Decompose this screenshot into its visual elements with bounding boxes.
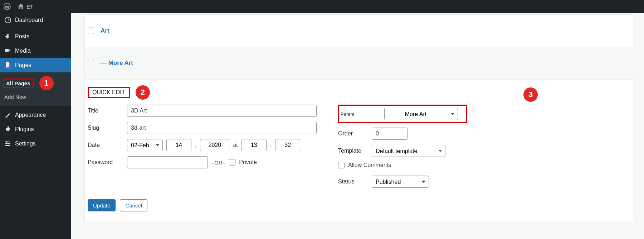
wordpress-logo[interactable]	[4, 3, 11, 10]
sidebar-subitem-add-new[interactable]: Add New	[0, 92, 71, 102]
row-select-checkbox[interactable]	[88, 60, 94, 66]
or-text: –OR–	[211, 159, 225, 166]
slug-label: Slug	[88, 125, 123, 131]
annotation-badge-2: 2	[136, 85, 150, 100]
sliders-icon	[4, 140, 11, 147]
private-label: Private	[239, 159, 257, 166]
admin-sidebar: Dashboard Posts Media Pages All Pages 1 …	[0, 13, 71, 239]
date-label: Date	[88, 142, 123, 148]
content-area: Art — More Art QUICK EDIT 2 Title	[71, 13, 644, 239]
annotation-badge-1: 1	[39, 76, 54, 90]
wordpress-icon	[4, 3, 11, 10]
status-select[interactable]: Published	[372, 176, 429, 188]
page-title-link[interactable]: Art	[101, 27, 109, 34]
sidebar-label-dashboard: Dashboard	[15, 17, 43, 23]
allow-comments-label: Allow Comments	[348, 162, 391, 168]
status-label: Status	[338, 178, 368, 185]
home-icon	[17, 3, 24, 10]
svg-point-5	[6, 141, 8, 143]
sidebar-submenu-pages: All Pages 1 Add New	[0, 72, 71, 106]
sidebar-item-media[interactable]: Media	[0, 44, 71, 58]
pages-list-table: Art — More Art	[84, 14, 633, 79]
svg-point-6	[8, 143, 10, 144]
sidebar-item-settings[interactable]: Settings	[0, 137, 71, 151]
quick-edit-left-column: Title Slug Date 02-Feb , at	[88, 105, 317, 193]
sidebar-label-pages: Pages	[15, 62, 31, 68]
sidebar-label-posts: Posts	[15, 33, 29, 40]
sidebar-label-media: Media	[15, 48, 31, 54]
sidebar-label-plugins: Plugins	[15, 126, 34, 133]
year-input[interactable]	[200, 139, 229, 151]
quick-edit-panel: QUICK EDIT 2 Title Slug Date 0	[84, 79, 633, 221]
private-checkbox[interactable]	[229, 159, 235, 166]
sidebar-label-settings: Settings	[15, 140, 36, 147]
sidebar-item-dashboard[interactable]: Dashboard	[0, 13, 71, 27]
page-title-link[interactable]: — More Art	[101, 59, 133, 67]
row-select-checkbox[interactable]	[88, 28, 94, 34]
dashboard-icon	[4, 16, 11, 24]
sidebar-item-plugins[interactable]: Plugins	[0, 122, 71, 137]
sidebar-subitem-all-pages[interactable]: All Pages	[3, 78, 34, 88]
allow-comments-checkbox[interactable]	[338, 162, 345, 168]
hour-input[interactable]	[241, 139, 267, 151]
admin-toolbar: ET	[0, 0, 644, 13]
password-input[interactable]	[127, 156, 208, 168]
table-row: — More Art	[85, 47, 633, 79]
sidebar-label-appearance: Appearance	[15, 112, 46, 118]
at-label: at	[233, 142, 238, 148]
update-button[interactable]: Update	[88, 199, 116, 211]
title-label: Title	[88, 107, 123, 114]
annotation-badge-3: 3	[523, 87, 538, 102]
media-icon	[4, 47, 11, 54]
cancel-button[interactable]: Cancel	[120, 199, 147, 211]
sidebar-item-posts[interactable]: Posts	[0, 29, 71, 44]
quick-edit-heading: QUICK EDIT	[88, 87, 130, 98]
order-input[interactable]	[372, 128, 408, 140]
pages-icon	[4, 62, 11, 69]
parent-select[interactable]: More Art	[384, 108, 458, 120]
site-home-link[interactable]: ET	[17, 3, 33, 10]
minute-input[interactable]	[275, 139, 300, 151]
pin-icon	[4, 33, 11, 40]
day-input[interactable]	[166, 139, 191, 151]
order-label: Order	[338, 130, 368, 137]
template-select[interactable]: Default template	[372, 145, 445, 157]
month-select[interactable]: 02-Feb	[127, 139, 163, 151]
sidebar-item-pages[interactable]: Pages	[0, 58, 71, 72]
svg-point-7	[7, 145, 8, 146]
slug-input[interactable]	[127, 122, 317, 134]
svg-rect-2	[5, 49, 9, 52]
brush-icon	[4, 111, 11, 119]
template-label: Template	[338, 148, 368, 154]
sidebar-item-appearance[interactable]: Appearance	[0, 108, 71, 122]
table-row: Art	[85, 15, 633, 47]
parent-label: Parent	[341, 111, 371, 117]
colon-separator: :	[270, 142, 272, 148]
parent-field-frame: Parent More Art	[338, 105, 467, 123]
password-label: Password	[88, 159, 123, 166]
title-input[interactable]	[127, 105, 317, 117]
plug-icon	[4, 126, 11, 133]
site-name: ET	[26, 4, 33, 10]
quick-edit-right-column: Parent More Art Order Template Default t…	[338, 105, 467, 193]
comma-separator: ,	[195, 142, 196, 148]
